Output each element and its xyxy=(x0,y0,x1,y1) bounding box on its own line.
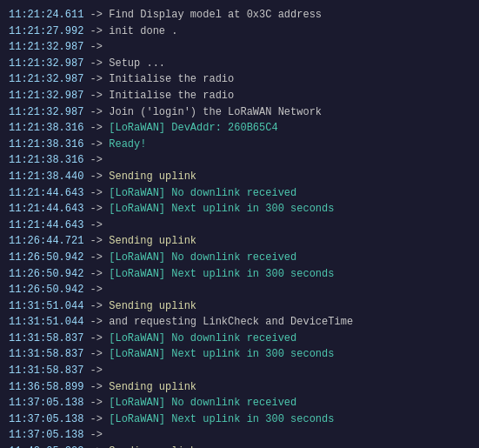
log-line: 11:21:32.987 -> Setup ... xyxy=(9,56,470,72)
timestamp: 11:21:24.611 xyxy=(9,9,83,21)
timestamp: 11:21:38.316 xyxy=(9,122,83,134)
log-message: Initialise the radio xyxy=(109,73,234,85)
timestamp: 11:36:58.899 xyxy=(9,381,83,393)
log-message: [LoRaWAN] Next uplink in 300 seconds xyxy=(109,413,334,425)
timestamp: 11:31:51.044 xyxy=(9,316,83,328)
arrow: -> xyxy=(83,381,109,393)
log-line: 11:31:58.837 -> [LoRaWAN] No downlink re… xyxy=(9,331,470,347)
log-message: Initialise the radio xyxy=(109,90,234,102)
log-message: Setup ... xyxy=(109,57,165,70)
log-line: 11:21:38.316 -> xyxy=(9,152,470,169)
log-line: 11:21:32.987 -> Initialise the radio xyxy=(9,71,470,88)
log-line: 11:26:50.942 -> xyxy=(9,282,470,298)
arrow: -> xyxy=(83,154,109,166)
log-line: 11:21:44.643 -> xyxy=(9,217,470,234)
terminal-window[interactable]: 11:21:24.611 -> Find Display model at 0x… xyxy=(0,0,479,448)
log-line: 11:31:51.044 -> Sending uplink xyxy=(9,298,470,315)
timestamp: 11:21:32.987 xyxy=(9,57,83,70)
arrow: -> xyxy=(83,203,109,215)
log-line: 11:21:27.992 -> init done . xyxy=(9,23,470,40)
log-line: 11:21:24.611 -> Find Display model at 0x… xyxy=(9,7,470,23)
log-message: [LoRaWAN] No downlink received xyxy=(109,397,296,409)
arrow: -> xyxy=(83,90,109,102)
timestamp: 11:21:27.992 xyxy=(9,25,83,37)
arrow: -> xyxy=(83,429,109,441)
arrow: -> xyxy=(83,106,109,118)
timestamp: 11:21:38.316 xyxy=(9,138,83,150)
log-message: and requesting LinkCheck and DeviceTime xyxy=(109,316,353,328)
log-line: 11:26:50.942 -> [LoRaWAN] No downlink re… xyxy=(9,250,470,266)
arrow: -> xyxy=(83,316,109,328)
timestamp: 11:26:44.721 xyxy=(9,235,83,247)
timestamp: 11:21:38.316 xyxy=(9,154,83,166)
timestamp: 11:31:58.837 xyxy=(9,348,83,360)
timestamp: 11:26:50.942 xyxy=(9,284,83,296)
log-line: 11:42:05.203 -> Sending uplink xyxy=(9,444,470,448)
log-message: [LoRaWAN] Next uplink in 300 seconds xyxy=(109,203,334,215)
log-message: [LoRaWAN] Next uplink in 300 seconds xyxy=(109,348,334,360)
log-line: 11:37:05.138 -> xyxy=(9,427,470,444)
arrow: -> xyxy=(83,219,109,231)
arrow: -> xyxy=(83,73,109,85)
arrow: -> xyxy=(83,332,109,344)
timestamp: 11:37:05.138 xyxy=(9,413,83,425)
arrow: -> xyxy=(83,268,109,280)
log-line: 11:21:32.987 -> xyxy=(9,39,470,56)
log-line: 11:37:05.138 -> [LoRaWAN] Next uplink in… xyxy=(9,411,470,428)
timestamp: 11:21:32.987 xyxy=(9,90,83,102)
timestamp: 11:21:44.643 xyxy=(9,187,83,199)
log-message: Sending uplink xyxy=(109,381,196,393)
arrow: -> xyxy=(83,25,109,37)
arrow: -> xyxy=(83,57,109,70)
log-message: [LoRaWAN] No downlink received xyxy=(109,332,296,344)
arrow: -> xyxy=(83,284,109,296)
log-line: 11:21:38.440 -> Sending uplink xyxy=(9,169,470,185)
log-line: 11:37:05.138 -> [LoRaWAN] No downlink re… xyxy=(9,395,470,411)
arrow: -> xyxy=(83,138,109,150)
timestamp: 11:31:58.837 xyxy=(9,332,83,344)
arrow: -> xyxy=(83,171,109,183)
log-line: 11:21:32.987 -> Join ('login') the LoRaW… xyxy=(9,104,470,121)
timestamp: 11:21:32.987 xyxy=(9,106,83,118)
log-message: [LoRaWAN] Next uplink in 300 seconds xyxy=(109,268,334,280)
timestamp: 11:21:32.987 xyxy=(9,73,83,85)
log-message: Sending uplink xyxy=(109,171,196,183)
log-line: 11:26:50.942 -> [LoRaWAN] Next uplink in… xyxy=(9,266,470,283)
log-message: [LoRaWAN] DevAddr: 260B65C4 xyxy=(109,122,277,134)
log-line: 11:31:58.837 -> [LoRaWAN] Next uplink in… xyxy=(9,346,470,363)
arrow: -> xyxy=(83,41,109,53)
arrow: -> xyxy=(83,235,109,247)
log-message: Sending uplink xyxy=(109,300,196,312)
arrow: -> xyxy=(83,413,109,425)
log-line: 11:21:38.316 -> Ready! xyxy=(9,137,470,153)
log-line: 11:21:32.987 -> Initialise the radio xyxy=(9,88,470,104)
log-line: 11:21:44.643 -> [LoRaWAN] Next uplink in… xyxy=(9,201,470,217)
timestamp: 11:26:50.942 xyxy=(9,268,83,280)
arrow: -> xyxy=(83,348,109,360)
timestamp: 11:37:05.138 xyxy=(9,397,83,409)
timestamp: 11:21:38.440 xyxy=(9,171,83,183)
log-message: [LoRaWAN] No downlink received xyxy=(109,251,296,264)
arrow: -> xyxy=(83,364,109,377)
timestamp: 11:31:51.044 xyxy=(9,300,83,312)
arrow: -> xyxy=(83,187,109,199)
log-message: init done . xyxy=(109,25,177,37)
log-message: Find Display model at 0x3C address xyxy=(109,9,322,21)
timestamp: 11:26:50.942 xyxy=(9,251,83,264)
timestamp: 11:21:32.987 xyxy=(9,41,83,53)
arrow: -> xyxy=(83,122,109,134)
timestamp: 11:21:44.643 xyxy=(9,219,83,231)
timestamp: 11:31:58.837 xyxy=(9,364,83,377)
log-message: [LoRaWAN] No downlink received xyxy=(109,187,296,199)
log-line: 11:36:58.899 -> Sending uplink xyxy=(9,379,470,396)
log-message: Ready! xyxy=(109,138,146,150)
log-message: Sending uplink xyxy=(109,235,196,247)
arrow: -> xyxy=(83,9,109,21)
log-line: 11:26:44.721 -> Sending uplink xyxy=(9,233,470,250)
log-line: 11:21:38.316 -> [LoRaWAN] DevAddr: 260B6… xyxy=(9,120,470,137)
arrow: -> xyxy=(83,251,109,264)
timestamp: 11:37:05.138 xyxy=(9,429,83,441)
log-line: 11:31:51.044 -> and requesting LinkCheck… xyxy=(9,314,470,331)
arrow: -> xyxy=(83,300,109,312)
arrow: -> xyxy=(83,397,109,409)
